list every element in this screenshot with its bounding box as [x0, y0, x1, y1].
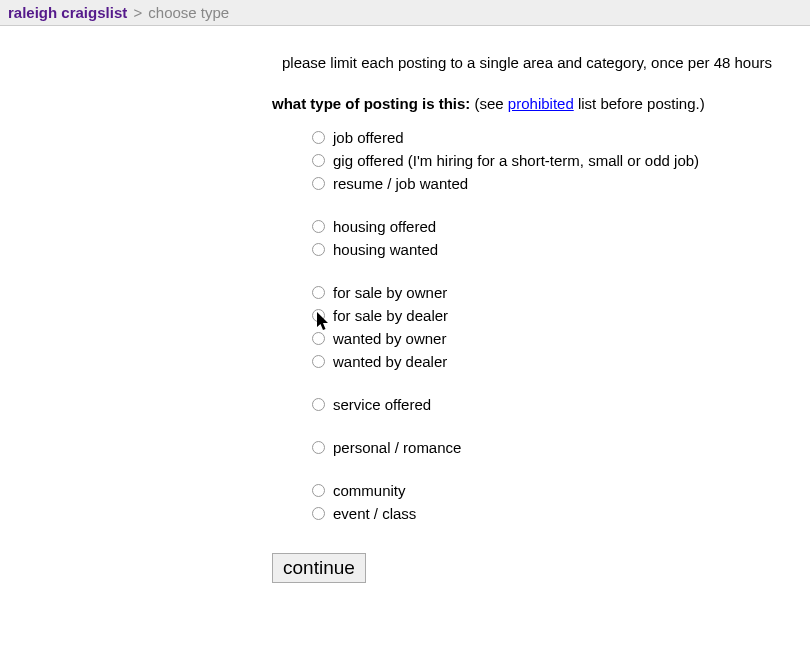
radio-icon: [312, 398, 325, 411]
radio-icon: [312, 154, 325, 167]
radio-icon: [312, 131, 325, 144]
radio-icon: [312, 177, 325, 190]
radio-icon: [312, 243, 325, 256]
radio-icon: [312, 332, 325, 345]
radio-option[interactable]: resume / job wanted: [312, 172, 810, 195]
radio-option[interactable]: service offered: [312, 393, 810, 416]
posting-type-question: what type of posting is this: (see prohi…: [272, 95, 810, 112]
radio-option[interactable]: gig offered (I'm hiring for a short-term…: [312, 149, 810, 172]
radio-label: personal / romance: [333, 439, 461, 456]
radio-icon: [312, 484, 325, 497]
radio-label: gig offered (I'm hiring for a short-term…: [333, 152, 699, 169]
group-separator: [312, 373, 810, 393]
radio-option[interactable]: for sale by owner: [312, 281, 810, 304]
main-content: please limit each posting to a single ar…: [0, 26, 810, 583]
radio-label: community: [333, 482, 406, 499]
radio-icon: [312, 507, 325, 520]
radio-option[interactable]: job offered: [312, 126, 810, 149]
breadcrumb-current: choose type: [148, 4, 229, 21]
group-separator: [312, 261, 810, 281]
posting-type-options: job offeredgig offered (I'm hiring for a…: [272, 126, 810, 525]
breadcrumb-separator: >: [131, 4, 144, 21]
radio-option[interactable]: housing wanted: [312, 238, 810, 261]
radio-label: housing wanted: [333, 241, 438, 258]
radio-icon: [312, 220, 325, 233]
radio-option[interactable]: wanted by owner: [312, 327, 810, 350]
radio-label: wanted by dealer: [333, 353, 447, 370]
group-separator: [312, 459, 810, 479]
breadcrumb-link-site[interactable]: raleigh craigslist: [8, 4, 127, 21]
group-separator: [312, 195, 810, 215]
breadcrumb: raleigh craigslist > choose type: [0, 0, 810, 26]
radio-icon: [312, 309, 325, 322]
radio-option[interactable]: housing offered: [312, 215, 810, 238]
radio-label: wanted by owner: [333, 330, 446, 347]
radio-icon: [312, 441, 325, 454]
radio-label: event / class: [333, 505, 416, 522]
radio-label: for sale by dealer: [333, 307, 448, 324]
radio-label: for sale by owner: [333, 284, 447, 301]
group-separator: [312, 416, 810, 436]
question-paren-open: (see: [470, 95, 508, 112]
question-bold: what type of posting is this:: [272, 95, 470, 112]
question-paren-close: list before posting.): [574, 95, 705, 112]
radio-label: job offered: [333, 129, 404, 146]
radio-label: housing offered: [333, 218, 436, 235]
radio-option[interactable]: event / class: [312, 502, 810, 525]
prohibited-link[interactable]: prohibited: [508, 95, 574, 112]
radio-option[interactable]: for sale by dealer: [312, 304, 810, 327]
radio-option[interactable]: community: [312, 479, 810, 502]
posting-notice: please limit each posting to a single ar…: [282, 54, 810, 71]
radio-icon: [312, 355, 325, 368]
radio-option[interactable]: personal / romance: [312, 436, 810, 459]
radio-icon: [312, 286, 325, 299]
radio-label: resume / job wanted: [333, 175, 468, 192]
radio-option[interactable]: wanted by dealer: [312, 350, 810, 373]
radio-label: service offered: [333, 396, 431, 413]
continue-button[interactable]: continue: [272, 553, 366, 583]
